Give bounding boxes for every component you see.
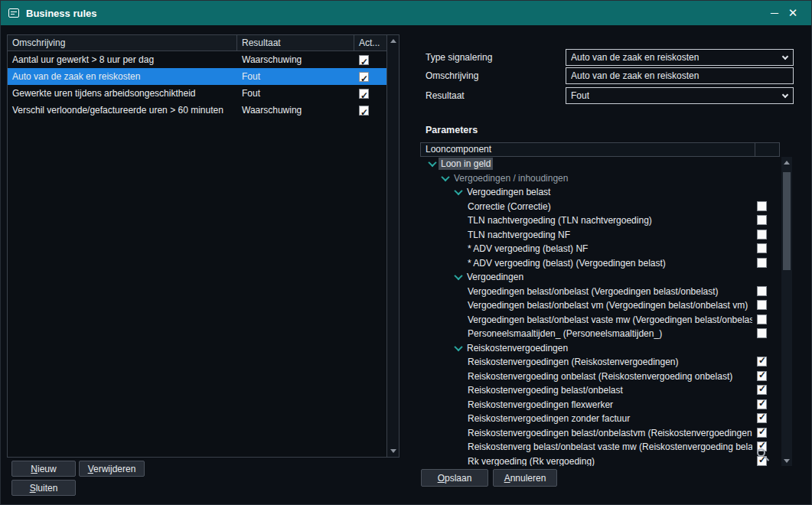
component-checkbox[interactable]: [757, 357, 767, 367]
component-checkbox[interactable]: [757, 215, 767, 225]
chevron-down-icon: [782, 54, 788, 60]
cell-actief: [354, 68, 386, 85]
tree-item[interactable]: Vergoedingen belast/onbelast vaste mw (V…: [420, 313, 780, 327]
table-row[interactable]: Auto van de zaak en reiskostenFout: [8, 68, 386, 85]
component-checkbox[interactable]: [757, 300, 767, 310]
actief-checkbox[interactable]: [359, 89, 369, 99]
tree-item-label: Vergoedingen / inhoudingen: [452, 172, 570, 184]
cell-omschrijving: Auto van de zaak en reiskosten: [8, 68, 237, 85]
tree-item[interactable]: TLN nachtvergoeding (TLN nachtvergoeding…: [420, 213, 780, 228]
tree-item[interactable]: * ADV vergoeding (belast) NF: [420, 242, 780, 256]
tree-item[interactable]: Vergoedingen belast/onbelast vm (Vergoed…: [420, 298, 780, 313]
chevron-down-icon[interactable]: [452, 271, 465, 283]
actief-checkbox[interactable]: [359, 55, 369, 65]
tree-scrollbar-thumb[interactable]: [783, 172, 791, 270]
rules-scrollbar[interactable]: [386, 35, 399, 457]
tree-item-label: Reiskostenvergoedingen belast/onbelastvm…: [465, 427, 752, 439]
cell-actief: [354, 51, 386, 68]
rules-table-main: Omschrijving Resultaat Act... Aantal uur…: [8, 35, 386, 457]
column-header-omschrijving[interactable]: Omschrijving: [8, 35, 237, 50]
chevron-down-icon: [782, 92, 788, 98]
verwijderen-button[interactable]: Verwijderen: [79, 461, 145, 477]
sluiten-button[interactable]: Sluiten: [11, 480, 76, 496]
chevron-down-icon[interactable]: [452, 186, 465, 198]
chevron-down-icon[interactable]: [452, 342, 465, 354]
column-header-resultaat[interactable]: Resultaat: [237, 35, 354, 50]
actief-checkbox[interactable]: [359, 72, 369, 82]
tree-item[interactable]: Reiskostenvergoedingen belast/onbelastvm…: [420, 426, 780, 441]
cell-actief: [354, 85, 386, 102]
component-checkbox[interactable]: [757, 371, 767, 381]
tree-item-label: Vergoedingen belast: [465, 186, 553, 198]
component-checkbox[interactable]: [757, 413, 767, 423]
tree-item-label: Reiskostenverg belast/onbelast vaste mw …: [465, 441, 752, 453]
type-signalering-label: Type signalering: [426, 49, 492, 66]
tree-item[interactable]: Vergoedingen belast/onbelast (Vergoeding…: [420, 285, 780, 299]
table-row[interactable]: Aantal uur gewerkt > 8 uur per dagWaarsc…: [8, 51, 386, 68]
tree-item[interactable]: Vergoedingen / inhoudingen: [420, 171, 780, 186]
table-row[interactable]: Gewerkte uren tijdens arbeidsongeschikth…: [8, 85, 386, 102]
component-checkbox[interactable]: [757, 428, 767, 438]
cell-resultaat: Waarschuwing: [237, 102, 354, 119]
minimize-icon[interactable]: ─: [765, 7, 784, 19]
table-row[interactable]: Verschil verloonde/gefactureerde uren > …: [8, 102, 386, 119]
tree-item[interactable]: Correctie (Correctie): [420, 200, 780, 214]
column-header-actief[interactable]: Act...: [354, 35, 386, 50]
tree-item[interactable]: Reiskostenvergoeding onbelast (Reiskoste…: [420, 370, 780, 384]
tree-item[interactable]: TLN nachtvergoeding NF: [420, 228, 780, 243]
search-icon[interactable]: [757, 448, 765, 457]
tree-item[interactable]: Reiskostenvergoedingen zonder factuur: [420, 412, 780, 426]
component-checkbox[interactable]: [757, 399, 767, 409]
component-checkbox[interactable]: [757, 258, 767, 268]
component-checkbox[interactable]: [757, 286, 767, 296]
component-checkbox[interactable]: [757, 201, 767, 211]
actief-checkbox[interactable]: [359, 106, 369, 116]
scroll-up-button[interactable]: [387, 35, 399, 47]
tree-scroll-up-button[interactable]: [781, 157, 792, 168]
tree-item[interactable]: Reiskostenverg belast/onbelast vaste mw …: [420, 440, 780, 454]
cell-resultaat: Fout: [237, 85, 354, 102]
opslaan-button[interactable]: Opslaan: [421, 469, 488, 487]
tree-item[interactable]: Vergoedingen belast: [420, 185, 780, 200]
scroll-down-button[interactable]: [387, 445, 399, 457]
titlebar: Business rules ─ ✕: [1, 1, 811, 25]
component-checkbox[interactable]: [757, 328, 767, 338]
tree-item-label: Correctie (Correctie): [465, 200, 553, 213]
type-signalering-select[interactable]: Auto van de zaak en reiskosten: [566, 49, 794, 66]
looncomponent-column-header[interactable]: Looncomponent: [421, 143, 755, 156]
chevron-down-icon[interactable]: [439, 172, 452, 184]
tree-item[interactable]: Loon in geld: [420, 157, 780, 171]
rules-table-header: Omschrijving Resultaat Act...: [8, 35, 386, 51]
cell-omschrijving: Gewerkte uren tijdens arbeidsongeschikth…: [8, 85, 237, 102]
tree-scroll-down-button[interactable]: [781, 455, 792, 466]
opslaan-button-label: Opslaan: [438, 473, 472, 484]
sluiten-button-label: Sluiten: [30, 483, 58, 494]
tree-item[interactable]: Reiskostenvergoeding belast/onbelast: [420, 383, 780, 398]
component-checkbox[interactable]: [757, 314, 767, 324]
nieuw-button[interactable]: Nieuw: [11, 461, 76, 477]
component-checkbox[interactable]: [757, 385, 767, 395]
tree-item[interactable]: Reiskostenvergoedingen flexwerker: [420, 398, 780, 412]
cell-actief: [354, 102, 386, 119]
tree-item-label: Vergoedingen belast/onbelast (Vergoeding…: [465, 285, 721, 298]
component-checkbox[interactable]: [757, 230, 767, 239]
tree-item-label: Reiskostenvergoeding belast/onbelast: [465, 384, 625, 396]
omschrijving-input[interactable]: [566, 67, 794, 84]
close-icon[interactable]: ✕: [784, 6, 802, 20]
tree-item[interactable]: Personeelsmaaltijden_ (Personeelsmaaltij…: [420, 327, 780, 341]
component-checkbox[interactable]: [757, 243, 767, 253]
resultaat-value: Fout: [571, 90, 589, 101]
tree-item[interactable]: Vergoedingen: [420, 270, 780, 285]
checkbox-column-header[interactable]: [755, 143, 779, 156]
tree-item[interactable]: * ADV vergoeding (belast) (Vergoedingen …: [420, 256, 780, 271]
tree-item[interactable]: Rk vergoeding (Rk vergoeding): [420, 454, 780, 467]
resultaat-select[interactable]: Fout: [566, 87, 794, 104]
tree-item[interactable]: Reiskostenvergoedingen (Reiskostenvergoe…: [420, 355, 780, 370]
scroll-down-icon: [390, 449, 396, 453]
tree-item[interactable]: Reiskostenvergoedingen: [420, 341, 780, 356]
annuleren-button[interactable]: Annuleren: [493, 469, 557, 487]
parameters-tree-scrollbar[interactable]: [781, 157, 792, 466]
tree-item-label: Reiskostenvergoeding onbelast (Reiskoste…: [465, 370, 735, 383]
chevron-down-icon[interactable]: [426, 158, 439, 170]
resultaat-label: Resultaat: [426, 87, 465, 104]
